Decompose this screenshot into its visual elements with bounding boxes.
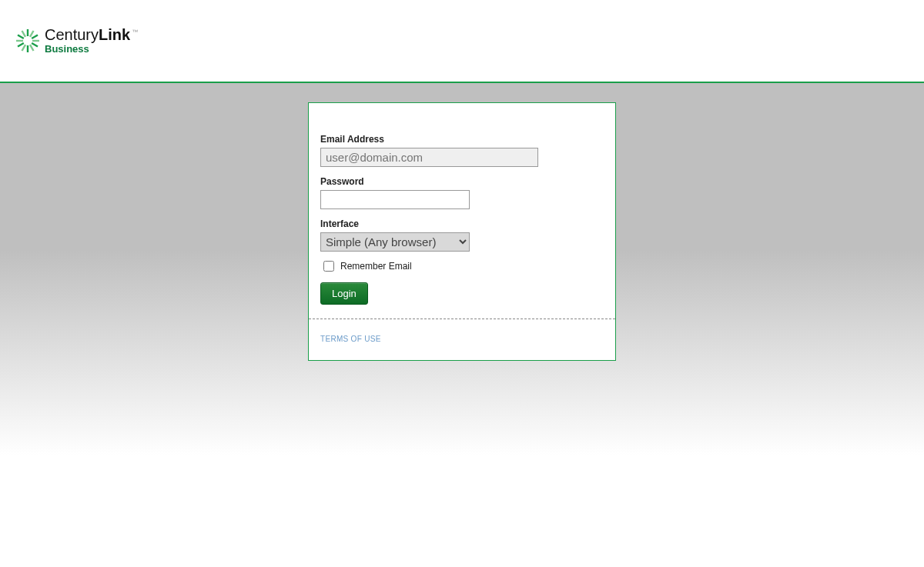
svg-rect-4 xyxy=(32,42,38,47)
email-input[interactable] xyxy=(320,148,538,167)
svg-rect-9 xyxy=(16,39,23,41)
login-footer: TERMS OF USE xyxy=(309,319,615,360)
login-button[interactable]: Login xyxy=(320,282,368,305)
svg-rect-11 xyxy=(21,30,26,37)
svg-rect-1 xyxy=(29,30,35,37)
svg-rect-5 xyxy=(29,44,35,51)
interface-label: Interface xyxy=(320,218,604,229)
svg-rect-2 xyxy=(32,34,38,39)
logo-text-link: Link xyxy=(99,27,130,42)
logo-text-century: Century xyxy=(45,27,99,42)
svg-rect-10 xyxy=(17,34,24,39)
svg-rect-6 xyxy=(27,45,28,52)
svg-rect-8 xyxy=(17,42,24,47)
svg-rect-7 xyxy=(21,44,26,51)
logo-sub-text: Business xyxy=(45,44,89,54)
terms-of-use-link[interactable]: TERMS OF USE xyxy=(320,335,381,343)
logo-tm: ™ xyxy=(132,29,138,35)
main-area: Email Address Password Interface Simple … xyxy=(0,83,924,560)
login-box: Email Address Password Interface Simple … xyxy=(308,102,616,361)
remember-checkbox[interactable] xyxy=(323,261,334,272)
password-input[interactable] xyxy=(320,190,470,209)
starburst-icon xyxy=(15,28,40,53)
svg-rect-0 xyxy=(27,29,28,36)
header: CenturyLink™ Business xyxy=(0,0,924,83)
svg-rect-3 xyxy=(32,39,39,41)
password-label: Password xyxy=(320,176,604,187)
email-label: Email Address xyxy=(320,134,604,145)
logo: CenturyLink™ Business xyxy=(15,27,138,54)
interface-select[interactable]: Simple (Any browser) xyxy=(320,232,470,252)
remember-label: Remember Email xyxy=(340,261,412,272)
